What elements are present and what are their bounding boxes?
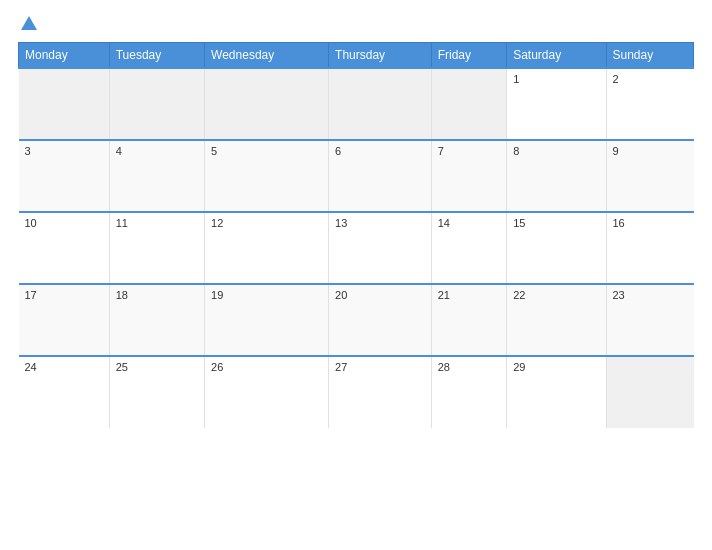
calendar-week-row: 17181920212223: [19, 284, 694, 356]
day-number: 5: [211, 145, 217, 157]
day-number: 6: [335, 145, 341, 157]
calendar-day-cell: 26: [205, 356, 329, 428]
calendar-day-cell: 25: [109, 356, 204, 428]
day-number: 27: [335, 361, 347, 373]
calendar-day-cell: [205, 68, 329, 140]
day-number: 24: [25, 361, 37, 373]
day-number: 15: [513, 217, 525, 229]
day-number: 18: [116, 289, 128, 301]
calendar-day-cell: 17: [19, 284, 110, 356]
calendar-day-cell: 21: [431, 284, 506, 356]
day-number: 29: [513, 361, 525, 373]
logo-triangle-icon: [21, 16, 37, 30]
day-number: 4: [116, 145, 122, 157]
calendar-day-cell: 8: [507, 140, 606, 212]
calendar-day-cell: 2: [606, 68, 694, 140]
calendar-day-header: Thursday: [329, 43, 432, 69]
header: [18, 16, 694, 32]
calendar-header-row: MondayTuesdayWednesdayThursdayFridaySatu…: [19, 43, 694, 69]
day-number: 10: [25, 217, 37, 229]
calendar-day-cell: 16: [606, 212, 694, 284]
calendar-day-cell: 14: [431, 212, 506, 284]
day-number: 23: [613, 289, 625, 301]
calendar-day-cell: [19, 68, 110, 140]
day-number: 2: [613, 73, 619, 85]
calendar-week-row: 10111213141516: [19, 212, 694, 284]
calendar-day-cell: 12: [205, 212, 329, 284]
calendar-table: MondayTuesdayWednesdayThursdayFridaySatu…: [18, 42, 694, 428]
logo: [18, 16, 37, 32]
calendar-day-cell: 15: [507, 212, 606, 284]
page: MondayTuesdayWednesdayThursdayFridaySatu…: [0, 0, 712, 550]
calendar-day-cell: 10: [19, 212, 110, 284]
calendar-day-header: Wednesday: [205, 43, 329, 69]
calendar-day-header: Saturday: [507, 43, 606, 69]
calendar-week-row: 242526272829: [19, 356, 694, 428]
day-number: 20: [335, 289, 347, 301]
calendar-day-cell: 24: [19, 356, 110, 428]
calendar-day-cell: [431, 68, 506, 140]
calendar-day-cell: 1: [507, 68, 606, 140]
calendar-day-cell: [109, 68, 204, 140]
calendar-day-cell: 29: [507, 356, 606, 428]
calendar-day-header: Tuesday: [109, 43, 204, 69]
calendar-day-cell: 23: [606, 284, 694, 356]
calendar-day-cell: [329, 68, 432, 140]
calendar-week-row: 12: [19, 68, 694, 140]
day-number: 17: [25, 289, 37, 301]
day-number: 3: [25, 145, 31, 157]
day-number: 21: [438, 289, 450, 301]
day-number: 9: [613, 145, 619, 157]
day-number: 16: [613, 217, 625, 229]
calendar-day-header: Sunday: [606, 43, 694, 69]
day-number: 19: [211, 289, 223, 301]
calendar-day-cell: 13: [329, 212, 432, 284]
day-number: 12: [211, 217, 223, 229]
calendar-day-header: Monday: [19, 43, 110, 69]
calendar-day-cell: 5: [205, 140, 329, 212]
calendar-day-cell: 7: [431, 140, 506, 212]
day-number: 25: [116, 361, 128, 373]
day-number: 14: [438, 217, 450, 229]
calendar-week-row: 3456789: [19, 140, 694, 212]
calendar-day-cell: 18: [109, 284, 204, 356]
calendar-day-cell: 9: [606, 140, 694, 212]
day-number: 1: [513, 73, 519, 85]
calendar-day-cell: 20: [329, 284, 432, 356]
calendar-day-cell: 28: [431, 356, 506, 428]
calendar-day-header: Friday: [431, 43, 506, 69]
calendar-day-cell: 27: [329, 356, 432, 428]
day-number: 26: [211, 361, 223, 373]
day-number: 8: [513, 145, 519, 157]
day-number: 7: [438, 145, 444, 157]
day-number: 11: [116, 217, 128, 229]
calendar-day-cell: 6: [329, 140, 432, 212]
calendar-day-cell: 22: [507, 284, 606, 356]
calendar-day-cell: 11: [109, 212, 204, 284]
day-number: 13: [335, 217, 347, 229]
calendar-day-cell: 4: [109, 140, 204, 212]
calendar-day-cell: 19: [205, 284, 329, 356]
day-number: 28: [438, 361, 450, 373]
calendar-day-cell: [606, 356, 694, 428]
day-number: 22: [513, 289, 525, 301]
calendar-day-cell: 3: [19, 140, 110, 212]
